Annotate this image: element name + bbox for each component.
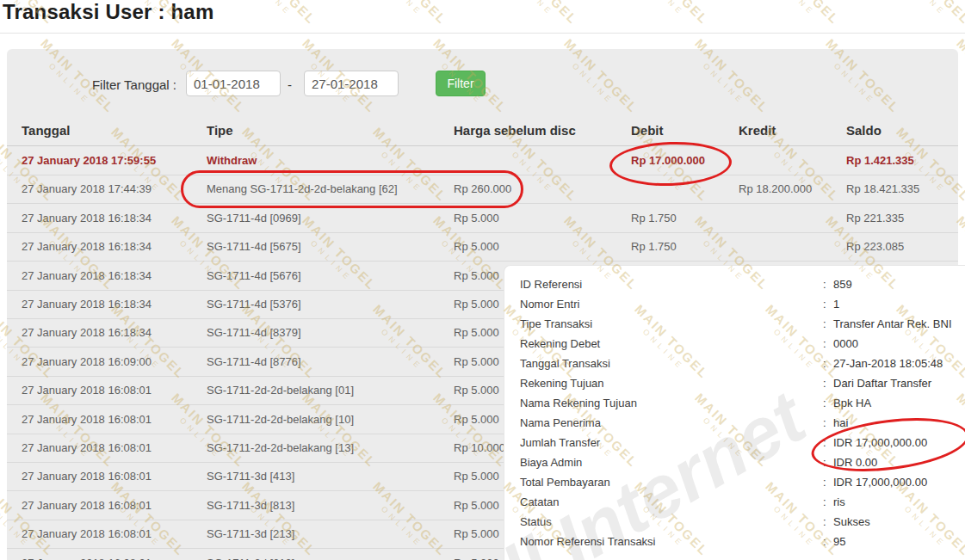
date-from-input[interactable]: [186, 71, 281, 96]
detail-label: Nomor Entri: [520, 294, 579, 314]
detail-colon: :: [823, 492, 826, 512]
detail-row: Nama Rekening Tujuan : Bpk HA: [504, 393, 965, 413]
detail-colon: :: [823, 294, 826, 314]
detail-colon: :: [823, 314, 826, 334]
transfer-detail-panel: ID Referensi : 859 Nomor Entri : 1 Tipe …: [504, 265, 965, 560]
cell-tipe: SG-1711-4d [5676]: [207, 269, 301, 282]
detail-row: Tanggal Transaksi : 27-Jan-2018 18:05:48: [504, 354, 965, 373]
detail-row: Jumlah Transfer : IDR 17,000,000.00: [504, 433, 965, 452]
detail-value: 0000: [833, 334, 858, 354]
detail-row: Catatan : ris: [504, 492, 965, 512]
date-to-input[interactable]: [304, 71, 399, 96]
detail-label: Rekening Tujuan: [520, 373, 604, 393]
detail-value: IDR 0.00: [833, 452, 877, 472]
cell-tanggal: 27 January 2018 16:08:01: [22, 384, 152, 397]
table-row: 27 January 2018 16:18:34 SG-1711-4d [567…: [7, 232, 958, 262]
table-row: 27 January 2018 17:44:39 Menang SG-1711-…: [7, 175, 958, 204]
cell-kredit: Rp 18.200.000: [739, 182, 812, 195]
column-header-saldo: Saldo: [846, 123, 881, 138]
detail-colon: :: [823, 532, 826, 551]
detail-colon: :: [823, 413, 826, 433]
cell-harga: Rp 5.000: [454, 355, 499, 368]
cell-tipe: SG-1711-3d [213]: [207, 527, 294, 540]
cell-harga: Rp 5.000: [454, 527, 499, 540]
cell-tanggal: 27 January 2018 16:08:01: [22, 557, 152, 560]
brand-watermark-tile: MAIN TOGELONLINE: [626, 0, 712, 33]
detail-label: Nama Rekening Tujuan: [520, 393, 637, 413]
cell-tanggal: 27 January 2018 17:59:55: [22, 154, 156, 167]
cell-saldo: Rp 223.085: [846, 240, 904, 253]
detail-label: ID Referensi: [520, 274, 582, 294]
cell-tanggal: 27 January 2018 16:18:34: [22, 326, 152, 339]
detail-label: Nama Penerima: [520, 413, 601, 433]
detail-label: Biaya Admin: [520, 452, 582, 472]
cell-tipe: SG-1711-4d [8379]: [207, 326, 301, 339]
cell-tanggal: 27 January 2018 16:08:01: [22, 527, 152, 540]
detail-value: 1: [833, 294, 839, 314]
brand-watermark-tile: MAIN TOGELONLINE: [364, 0, 450, 33]
detail-colon: :: [823, 452, 826, 472]
cell-tipe: SG-1711-4d [0969]: [207, 212, 301, 225]
page-title: Transaksi User : ham: [3, 0, 213, 24]
cell-harga: Rp 5.000: [454, 470, 499, 483]
cell-debit: Rp 1.750: [631, 212, 677, 225]
detail-row: Status : Sukses: [504, 512, 965, 532]
cell-tanggal: 27 January 2018 16:09:00: [22, 355, 152, 368]
cell-tipe: SG-1711-2d-2d-belakang [10]: [207, 413, 354, 426]
detail-label: Status: [520, 512, 552, 532]
cell-tanggal: 27 January 2018 16:08:01: [22, 441, 152, 454]
detail-value: ris: [833, 492, 845, 512]
cell-debit: Rp 17.000.000: [631, 154, 705, 167]
column-header-tanggal: Tanggal: [22, 123, 70, 138]
cell-harga: Rp 5.000: [454, 212, 499, 225]
detail-row: Biaya Admin : IDR 0.00: [504, 452, 965, 472]
cell-tanggal: 27 January 2018 16:18:34: [22, 269, 152, 282]
column-header-tipe: Tipe: [207, 123, 233, 138]
cell-harga: Rp 5.000: [454, 384, 499, 397]
date-range-separator: -: [288, 77, 292, 92]
cell-harga: Rp 5.000: [454, 298, 499, 311]
cell-harga: Rp 5.000: [454, 269, 499, 282]
column-header-kredit: Kredit: [739, 123, 776, 138]
cell-tanggal: 27 January 2018 16:08:01: [22, 413, 152, 426]
brand-watermark-tile: MAIN TOGELONLINE: [233, 0, 319, 33]
detail-label: Jumlah Transfer: [520, 433, 600, 452]
cell-tanggal: 27 January 2018 16:18:34: [22, 212, 152, 225]
column-header-harga: Harga sebelum disc: [454, 123, 576, 138]
cell-tipe: SG-1711-3d [613]: [207, 557, 294, 560]
cell-tipe: SG-1711-2d-2d-belakang [13]: [207, 441, 354, 454]
cell-tanggal: 27 January 2018 16:18:34: [22, 298, 152, 311]
table-row: 27 January 2018 16:18:34 SG-1711-4d [096…: [7, 204, 958, 233]
detail-label: Catatan: [520, 492, 560, 512]
detail-colon: :: [823, 373, 826, 393]
filter-button[interactable]: Filter: [436, 71, 486, 96]
detail-colon: :: [823, 472, 826, 492]
cell-tipe: SG-1711-2d-2d-belakang [01]: [207, 384, 354, 397]
detail-value: Sukses: [833, 512, 870, 532]
detail-value: IDR 17,000,000.00: [833, 472, 927, 492]
detail-colon: :: [823, 433, 826, 452]
cell-harga: Rp 5.000: [454, 499, 499, 512]
table-header: Tanggal Tipe Harga sebelum disc Debit Kr…: [7, 120, 958, 146]
brand-watermark-tile: MAIN TOGELONLINE: [888, 0, 965, 33]
detail-label: Rekening Debet: [520, 334, 600, 354]
detail-value: hai: [833, 413, 848, 433]
detail-row: Rekening Debet : 0000: [504, 334, 965, 354]
cell-harga: Rp 5.000: [454, 240, 499, 253]
cell-saldo: Rp 18.421.335: [846, 182, 919, 195]
column-header-debit: Debit: [631, 123, 664, 138]
cell-tanggal: 27 January 2018 17:44:39: [22, 182, 152, 195]
detail-value: IDR 17,000,000.00: [833, 433, 927, 452]
detail-value: 27-Jan-2018 18:05:48: [833, 354, 943, 373]
detail-colon: :: [823, 354, 826, 373]
detail-row: Total Pembayaran : IDR 17,000,000.00: [504, 472, 965, 492]
transactions-page: Transaksi User : ham Filter Tanggal : - …: [0, 0, 965, 560]
cell-tanggal: 27 January 2018 16:18:34: [22, 240, 152, 253]
detail-row: Tipe Transaksi : Transfer Antar Rek. BNI: [504, 314, 965, 334]
brand-watermark-tile: MAIN TOGELONLINE: [757, 0, 843, 33]
cell-harga: Rp 5.000: [454, 326, 499, 339]
detail-label: Nomor Referensi Transaksi: [520, 532, 656, 551]
detail-label: Total Pembayaran: [520, 472, 610, 492]
cell-saldo: Rp 221.335: [846, 212, 904, 225]
detail-label: Tanggal Transaksi: [520, 354, 610, 373]
